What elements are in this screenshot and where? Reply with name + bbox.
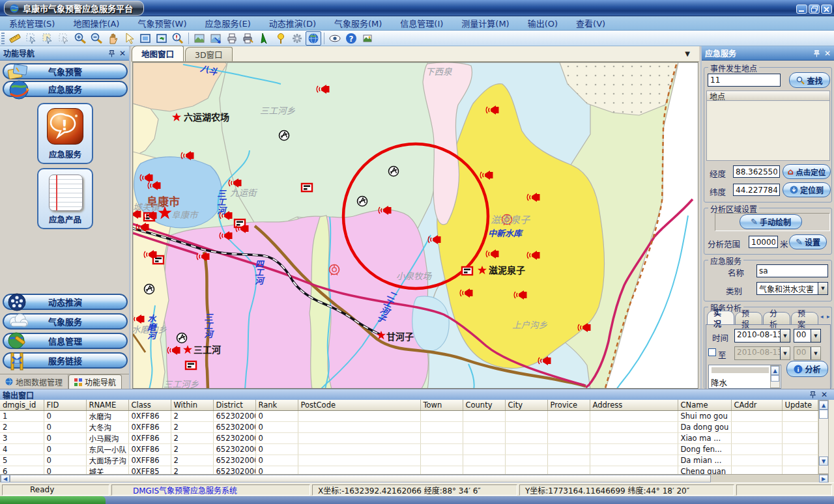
table-row[interactable]: 10水磨沟0XFF8626523020000Shui mo gou <box>0 411 818 422</box>
type-select[interactable]: 气象和洪水灾害▼ <box>756 282 828 295</box>
range-input[interactable] <box>749 236 778 248</box>
visibility-eye-icon[interactable] <box>327 31 343 46</box>
pin-icon[interactable] <box>108 49 115 57</box>
range-set-button[interactable]: ✎ 设置 <box>789 234 827 249</box>
map-canvas[interactable]: 阜康市 阜康市 城关镇 六运湖农场 三工河乡 下西泉 九运街 滋泥泉子 中新水库… <box>132 62 698 389</box>
export-map-icon[interactable] <box>208 31 223 46</box>
menu-system[interactable]: 系统管理(S) <box>0 17 64 29</box>
scrollbar-thumb[interactable] <box>10 475 711 483</box>
identify-icon[interactable] <box>170 31 186 46</box>
location-search-input[interactable] <box>708 74 781 87</box>
place-list-header[interactable]: 地点 <box>706 91 830 101</box>
analyze-button[interactable]: i 分析 <box>786 361 828 377</box>
column-header[interactable]: Update <box>782 400 818 411</box>
column-header[interactable]: RNAME <box>86 400 128 411</box>
table-horizontal-scrollbar[interactable]: ◀ ▶ <box>0 474 829 483</box>
chevron-down-icon[interactable]: ▼ <box>811 329 820 342</box>
tab-analysis[interactable]: 分析 <box>763 312 790 324</box>
column-header[interactable]: Provice <box>547 400 590 411</box>
select-area-icon[interactable] <box>23 31 39 46</box>
scroll-down-icon[interactable]: ▼ <box>819 456 828 466</box>
select-feature-icon[interactable] <box>40 31 55 46</box>
refresh-view-icon[interactable] <box>154 31 169 46</box>
menu-output[interactable]: 输出(O) <box>519 17 567 29</box>
column-header[interactable]: District <box>213 400 255 411</box>
help-icon[interactable]: ? <box>343 31 359 46</box>
column-header[interactable]: Within <box>171 400 213 411</box>
placemark-icon[interactable] <box>273 31 289 46</box>
manual-draw-button[interactable]: ✎ 手动绘制 <box>740 214 802 229</box>
pin-icon[interactable] <box>813 49 820 57</box>
nav-group-info-management[interactable]: 信息管理 <box>3 333 128 349</box>
search-button[interactable]: 查找 <box>789 72 830 88</box>
minimize-button[interactable] <box>796 5 807 14</box>
tab-function-nav[interactable]: 功能导航 <box>68 374 122 389</box>
scroll-up-icon[interactable]: ▲ <box>771 366 779 375</box>
snap-pointer-icon[interactable] <box>257 31 272 46</box>
table-vertical-scrollbar[interactable]: ▲ ▼ <box>818 400 829 474</box>
clear-selection-icon[interactable] <box>56 31 72 46</box>
chevron-down-icon[interactable]: ▼ <box>818 283 827 294</box>
column-header[interactable]: CAddr <box>731 400 782 411</box>
nav-group-weather-service[interactable]: 气象服务 <box>3 313 128 329</box>
close-panel-icon[interactable]: ✕ <box>119 49 126 57</box>
menu-emergency-service[interactable]: 应急服务(E) <box>195 17 259 29</box>
menu-measure-calc[interactable]: 测量计算(M) <box>452 17 518 29</box>
chevron-down-icon[interactable]: ▼ <box>780 329 790 342</box>
export-image-icon[interactable] <box>360 31 375 46</box>
name-input[interactable] <box>756 264 828 277</box>
scroll-right-icon[interactable]: ▶ <box>819 475 828 483</box>
column-header[interactable]: Class <box>128 400 171 411</box>
hour-select[interactable]: 00▼ <box>794 329 821 343</box>
table-row[interactable]: 50大面场子沟0XFF8626523020000Da mian ... <box>0 455 818 466</box>
tab-3d-window[interactable]: 3D窗口 <box>185 47 233 61</box>
print-icon[interactable] <box>224 31 240 46</box>
tab-live[interactable]: 实况 <box>707 311 734 324</box>
tab-forecast[interactable]: 预报 <box>735 312 762 324</box>
latitude-input[interactable] <box>733 184 780 196</box>
settings-gear-icon[interactable] <box>289 31 305 46</box>
time2-select[interactable]: 2010-08-13▼ <box>734 346 790 360</box>
longitude-input[interactable] <box>733 165 780 178</box>
table-row[interactable]: 20大冬沟0XFF8626523020000Da dong gou <box>0 422 818 433</box>
map-image-icon[interactable] <box>192 31 207 46</box>
tab-map-window[interactable]: 地图窗口 <box>132 46 184 61</box>
menu-weather-service[interactable]: 气象服务(M) <box>325 17 391 29</box>
map-tab-dropdown-icon[interactable]: ▼ <box>685 50 690 57</box>
tab-map-data-management[interactable]: 地图数据管理 <box>0 374 68 389</box>
locate-to-button[interactable]: 定位到 <box>783 182 831 197</box>
print-preview-icon[interactable] <box>240 31 256 46</box>
time-select[interactable]: 2010-08-13▼ <box>734 329 790 343</box>
zoom-out-icon[interactable] <box>89 31 104 46</box>
menu-dynamic-deduction[interactable]: 动态推演(D) <box>260 17 325 29</box>
menu-info-management[interactable]: 信息管理(I) <box>391 17 452 29</box>
zoom-in-icon[interactable] <box>72 31 88 46</box>
tab-plan[interactable]: 预案 <box>791 312 818 324</box>
scroll-up-icon[interactable]: ▲ <box>819 400 828 410</box>
column-header[interactable]: FID <box>44 400 86 411</box>
column-header[interactable]: Rank <box>255 400 298 411</box>
place-list[interactable] <box>706 101 830 161</box>
globe-3d-icon[interactable] <box>306 31 321 46</box>
tab-scroll-right-icon[interactable]: ▸ <box>827 313 830 320</box>
close-panel-icon[interactable]: ✕ <box>824 49 831 57</box>
pin-icon[interactable] <box>809 391 816 399</box>
start-button-edge[interactable] <box>0 496 106 504</box>
pan-hand-icon[interactable] <box>105 31 121 46</box>
tab-scroll-left-icon[interactable]: ◂ <box>820 313 824 320</box>
restore-button[interactable] <box>809 5 820 14</box>
to-checkbox[interactable] <box>708 348 716 356</box>
menu-view[interactable]: 查看(V) <box>567 17 614 29</box>
column-header[interactable]: Address <box>590 400 678 411</box>
nav-group-dynamic-deduction[interactable]: 动态推演 <box>3 294 128 310</box>
full-extent-icon[interactable] <box>137 31 153 46</box>
column-header[interactable]: County <box>463 400 505 411</box>
factor-list-scrollbar[interactable]: ▲ <box>770 365 780 388</box>
toolbar-grip[interactable] <box>1 33 5 44</box>
table-row[interactable]: 30小马厩沟0XFF8626523020000Xiao ma ... <box>0 433 818 444</box>
nav-group-emergency-service[interactable]: 应急服务 <box>3 81 128 97</box>
column-header[interactable]: City <box>505 400 547 411</box>
close-button[interactable] <box>821 5 832 14</box>
column-header[interactable]: PostCode <box>298 400 420 411</box>
close-output-icon[interactable]: ✕ <box>821 391 827 399</box>
